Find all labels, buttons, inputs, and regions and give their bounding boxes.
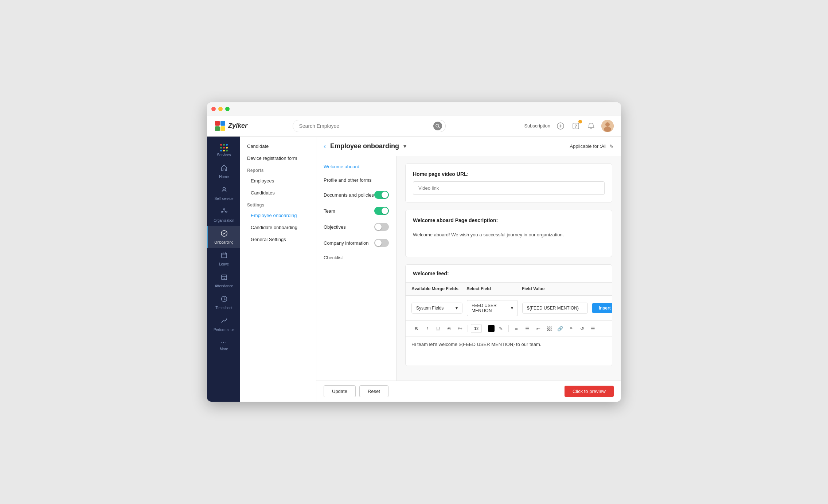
toolbar-separator-2 bbox=[485, 325, 485, 332]
company-toggle[interactable] bbox=[374, 239, 389, 247]
sidebar-item-organization[interactable]: Organization bbox=[207, 204, 240, 226]
sidebar-item-services[interactable]: Services bbox=[207, 140, 240, 161]
organization-icon bbox=[220, 208, 228, 217]
sidebar-item-leave[interactable]: Leave bbox=[207, 248, 240, 270]
field-value-input[interactable] bbox=[522, 303, 588, 314]
welcome-desc-label: Welcome aboard Page description: bbox=[413, 217, 605, 223]
sidebar-candidate[interactable]: Candidate bbox=[240, 140, 316, 152]
left-nav: Services Home Self-service Organization bbox=[207, 137, 240, 402]
search-input[interactable] bbox=[293, 120, 446, 132]
link-button[interactable]: 🔗 bbox=[555, 324, 565, 333]
video-url-input[interactable] bbox=[413, 181, 605, 195]
panel-documents-label: Documents and policies bbox=[324, 192, 374, 198]
help-icon[interactable]: ? bbox=[571, 121, 581, 131]
onboarding-icon bbox=[220, 230, 228, 239]
sidebar-candidates[interactable]: Candidates bbox=[240, 187, 316, 199]
nav-label-organization: Organization bbox=[214, 218, 234, 223]
color-swatch[interactable] bbox=[488, 325, 495, 332]
titlebar bbox=[207, 102, 621, 115]
bell-icon[interactable] bbox=[586, 121, 596, 131]
sidebar-item-more[interactable]: ··· More bbox=[207, 335, 240, 355]
font-button[interactable]: F+ bbox=[455, 324, 465, 333]
panel-checklist[interactable]: Checklist bbox=[316, 251, 396, 264]
panel-profile-forms[interactable]: Profile and other forms bbox=[316, 173, 396, 187]
welcome-desc-content[interactable]: Welcome aboard! We wish you a successful… bbox=[413, 228, 605, 249]
window-controls bbox=[211, 107, 230, 111]
preview-button[interactable]: Click to preview bbox=[565, 386, 614, 397]
app-layout: Services Home Self-service Organization bbox=[207, 137, 621, 402]
panel-documents[interactable]: Documents and policies bbox=[316, 187, 396, 203]
font-size-input[interactable] bbox=[471, 324, 482, 333]
nav-label-attendance: Attendance bbox=[215, 284, 233, 288]
panel-objectives[interactable]: Objectives bbox=[316, 219, 396, 235]
nav-label-onboarding: Onboarding bbox=[214, 240, 233, 244]
feed-user-mention-label: FEED USER MENTION bbox=[472, 303, 508, 313]
sidebar-device-reg[interactable]: Device registration form bbox=[240, 152, 316, 164]
col-available-merge: Available Merge Fields bbox=[411, 286, 466, 291]
logo-icon bbox=[214, 120, 226, 132]
reset-button[interactable]: Reset bbox=[359, 385, 388, 397]
system-fields-dropdown[interactable]: System Fields ▾ bbox=[411, 303, 462, 314]
documents-toggle[interactable] bbox=[374, 191, 389, 199]
maximize-dot[interactable] bbox=[225, 107, 230, 111]
search-button[interactable] bbox=[433, 122, 442, 130]
close-dot[interactable] bbox=[211, 107, 216, 111]
undo-button[interactable]: ↺ bbox=[577, 324, 587, 333]
panel-welcome-aboard[interactable]: Welcome aboard bbox=[316, 160, 396, 173]
panel-company-info[interactable]: Company information bbox=[316, 235, 396, 251]
title-dropdown-icon[interactable]: ▾ bbox=[403, 143, 406, 150]
welcome-desc-section: Welcome aboard Page description: Welcome… bbox=[405, 210, 612, 257]
highlight-button[interactable]: ✎ bbox=[496, 324, 505, 333]
outdent-button[interactable]: ⇤ bbox=[534, 324, 543, 333]
add-icon[interactable] bbox=[555, 121, 566, 131]
sidebar-item-home[interactable]: Home bbox=[207, 161, 240, 182]
team-toggle[interactable] bbox=[374, 207, 389, 215]
italic-button[interactable]: I bbox=[422, 324, 432, 333]
svg-point-4 bbox=[436, 124, 439, 127]
merge-fields-row: System Fields ▾ FEED USER MENTION ▾ Inse… bbox=[406, 295, 612, 320]
editor-content[interactable]: Hi team let's welcome ${FEED USER MENTIO… bbox=[406, 336, 612, 366]
align-button[interactable]: ≡ bbox=[512, 324, 521, 333]
list-button[interactable]: ☰ bbox=[523, 324, 532, 333]
update-button[interactable]: Update bbox=[324, 385, 356, 397]
underline-button[interactable]: U bbox=[433, 324, 443, 333]
edit-icon[interactable]: ✎ bbox=[609, 143, 614, 149]
strikethrough-button[interactable]: S bbox=[444, 324, 454, 333]
main-content: ‹ Employee onboarding ▾ Applicable for :… bbox=[316, 137, 621, 402]
panel-team[interactable]: Team bbox=[316, 203, 396, 219]
notification-badge bbox=[578, 120, 582, 123]
avatar[interactable] bbox=[601, 120, 614, 132]
nav-label-services: Services bbox=[217, 153, 231, 157]
svg-text:?: ? bbox=[574, 124, 577, 129]
attendance-icon bbox=[220, 273, 228, 283]
app-header: Zylker Subscription ? bbox=[207, 115, 621, 137]
sidebar-employee-onboarding[interactable]: Employee onboarding bbox=[240, 209, 316, 221]
svg-line-5 bbox=[439, 127, 440, 128]
minimize-dot[interactable] bbox=[218, 107, 223, 111]
bold-button[interactable]: B bbox=[411, 324, 421, 333]
indent-button[interactable]: ☰ bbox=[588, 324, 598, 333]
sidebar-candidate-onboarding[interactable]: Candidate onboarding bbox=[240, 221, 316, 233]
sidebar-general-settings[interactable]: General Settings bbox=[240, 233, 316, 245]
insert-button[interactable]: Insert bbox=[592, 303, 612, 313]
svg-rect-15 bbox=[223, 209, 225, 210]
sidebar-employees[interactable]: Employees bbox=[240, 175, 316, 187]
sidebar-item-attendance[interactable]: Attendance bbox=[207, 270, 240, 292]
sidebar-item-performance[interactable]: Performance bbox=[207, 314, 240, 335]
quote-button[interactable]: ❝ bbox=[566, 324, 576, 333]
nav-label-timesheet: Timesheet bbox=[215, 306, 232, 310]
back-button[interactable]: ‹ bbox=[324, 142, 326, 150]
applicable-badge: Applicable for :All ✎ bbox=[570, 143, 614, 149]
sidebar-item-onboarding[interactable]: Onboarding bbox=[207, 226, 240, 248]
applicable-text: Applicable for :All bbox=[570, 143, 606, 149]
nav-label-more: More bbox=[220, 347, 228, 351]
image-button[interactable]: 🖼 bbox=[544, 324, 554, 333]
sidebar-item-self-service[interactable]: Self-service bbox=[207, 182, 240, 204]
timesheet-icon bbox=[220, 295, 228, 304]
toolbar-separator-3 bbox=[508, 325, 509, 332]
sidebar-item-timesheet[interactable]: Timesheet bbox=[207, 292, 240, 314]
svg-rect-22 bbox=[222, 253, 227, 258]
objectives-toggle[interactable] bbox=[374, 223, 389, 231]
feed-user-mention-dropdown[interactable]: FEED USER MENTION ▾ bbox=[467, 300, 518, 316]
subscription-label[interactable]: Subscription bbox=[524, 123, 550, 129]
